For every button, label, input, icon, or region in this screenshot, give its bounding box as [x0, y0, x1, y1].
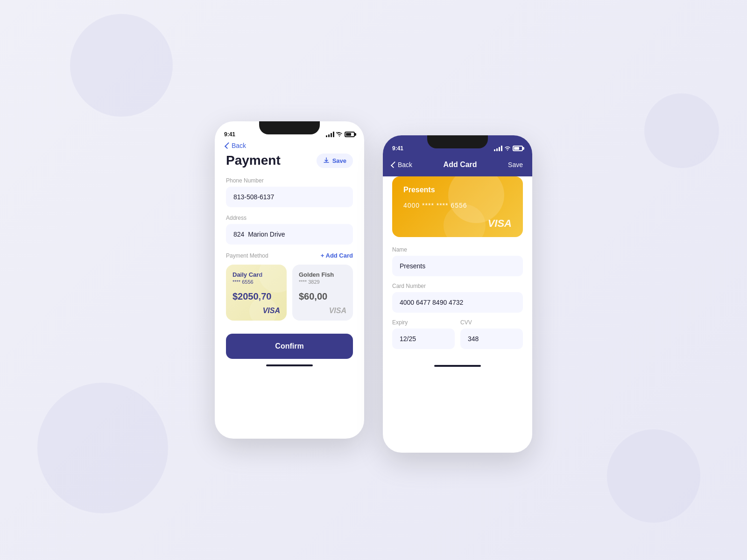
payment-content: Back Payment Save Phone Number Address — [215, 142, 364, 439]
card-golden-visa: VISA — [329, 307, 346, 315]
phone2-wifi-icon — [504, 146, 511, 151]
status-icons — [326, 132, 355, 137]
card-daily-visa: VISA — [263, 307, 280, 315]
phone2-back-label: Back — [398, 161, 412, 168]
payment-method-label: Payment Method — [226, 252, 268, 259]
phone2-back-button[interactable]: Back — [392, 161, 412, 168]
status-time: 9:41 — [224, 131, 235, 138]
card-number-group: Card Number — [392, 283, 523, 313]
card-number-input[interactable] — [392, 292, 523, 313]
card-number-label: Card Number — [392, 283, 523, 289]
page-title: Payment — [226, 153, 281, 168]
expiry-group: Expiry — [392, 319, 455, 349]
card-preview-visa: VISA — [488, 217, 512, 230]
bg-decoration-4 — [644, 93, 719, 168]
phone-number-input[interactable] — [226, 187, 353, 207]
card-golden-number: **** 3829 — [299, 279, 346, 285]
wifi-icon — [336, 132, 343, 137]
add-card-button[interactable]: + Add Card — [321, 252, 353, 259]
save-icon — [323, 157, 330, 164]
expiry-label: Expiry — [392, 319, 455, 326]
phone2-save-button[interactable]: Save — [508, 161, 523, 168]
svg-point-1 — [507, 150, 508, 151]
phone2-home-indicator — [434, 365, 481, 367]
phone2-nav-title: Add Card — [444, 161, 477, 169]
phone-payment: 9:41 Back — [215, 121, 364, 439]
cards-list: Daily Card **** 6556 $2050,70 VISA Golde… — [226, 265, 353, 321]
expiry-cvv-row: Expiry CVV — [392, 319, 523, 356]
card-golden-name: Golden Fish — [299, 271, 346, 278]
credit-card-preview: Presents 4000 **** **** 6556 VISA — [392, 176, 523, 237]
expiry-input[interactable] — [392, 329, 455, 349]
back-chevron-icon — [225, 142, 231, 149]
card-daily[interactable]: Daily Card **** 6556 $2050,70 VISA — [226, 265, 287, 321]
phone2-nav: Back Add Card Save — [383, 156, 532, 176]
phones-container: 9:41 Back — [215, 107, 532, 453]
phone2-battery-icon — [513, 146, 523, 151]
name-input[interactable] — [392, 256, 523, 276]
save-button[interactable]: Save — [317, 154, 353, 168]
payment-method-header: Payment Method + Add Card — [226, 252, 353, 259]
phone2-status-icons — [494, 146, 523, 151]
home-indicator — [266, 364, 313, 366]
cvv-input[interactable] — [460, 329, 523, 349]
cvv-label: CVV — [460, 319, 523, 326]
address-label: Address — [226, 215, 353, 221]
bg-decoration-1 — [70, 14, 173, 117]
phone2-status-time: 9:41 — [392, 145, 403, 152]
signal-icon — [326, 132, 334, 137]
add-card-form: Name Card Number Expiry CVV — [383, 246, 532, 356]
phone2-signal-icon — [494, 146, 502, 151]
back-button[interactable]: Back — [226, 142, 353, 149]
save-label: Save — [332, 157, 346, 164]
battery-icon — [345, 132, 355, 137]
name-group: Name — [392, 246, 523, 276]
back-label: Back — [232, 142, 246, 149]
card-golden[interactable]: Golden Fish **** 3829 $60,00 VISA — [292, 265, 353, 321]
name-label: Name — [392, 246, 523, 253]
page-header: Payment Save — [226, 153, 353, 168]
svg-point-0 — [339, 136, 340, 137]
phone2-back-chevron-icon — [391, 161, 397, 168]
bg-decoration-3 — [607, 429, 700, 523]
phone-notch — [259, 121, 320, 134]
card-golden-balance: $60,00 — [299, 291, 346, 302]
phone-add-card: 9:41 Back — [383, 135, 532, 453]
bg-decoration-2 — [37, 383, 168, 513]
phone2-notch — [427, 135, 488, 148]
phone-number-label: Phone Number — [226, 177, 353, 184]
confirm-button[interactable]: Confirm — [226, 334, 353, 359]
cvv-group: CVV — [460, 319, 523, 349]
address-input[interactable] — [226, 224, 353, 245]
